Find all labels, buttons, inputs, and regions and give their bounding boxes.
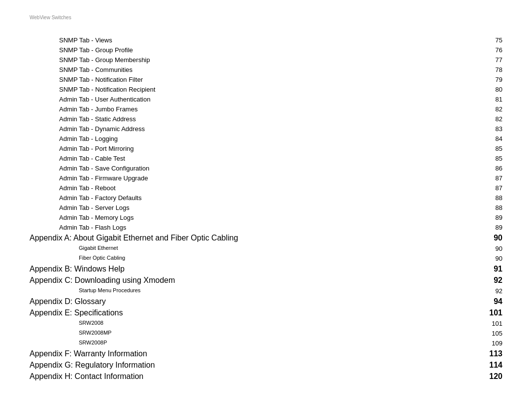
toc-entry-label: Admin Tab - Logging [30,134,432,143]
toc-entry-label: SRW2008 [30,318,432,328]
toc-entry-label: Admin Tab - User Authentication [30,94,432,104]
toc-entry-page: 109 [432,338,502,348]
watermark: WebView Switches [30,10,502,20]
toc-entry-page: 87 [432,183,502,193]
toc-entry-page: 77 [432,55,502,65]
toc-entry-label: Gigabit Ethernet [30,243,432,253]
toc-entry-page: 76 [432,45,502,55]
toc-entry-label: Admin Tab - Server Logs [30,203,432,212]
toc-entry-label: Admin Tab - Reboot [30,183,432,193]
toc-entry-page: 91 [432,263,502,274]
toc-entry-page: 88 [432,203,502,212]
toc-entry-label: SNMP Tab - Views [30,35,432,45]
toc-entry-label: SNMP Tab - Communities [30,65,432,74]
toc-entry-label: Appendix B: Windows Help [30,263,432,274]
toc-entry-label: Admin Tab - Firmware Upgrade [30,173,432,183]
toc-entry-label: Appendix H: Contact Information [30,371,432,382]
toc-entry-label: Admin Tab - Jumbo Frames [30,104,432,114]
toc-entry-label: Admin Tab - Factory Defaults [30,193,432,203]
toc-entry-label: Appendix E: Specifications [30,307,432,318]
toc-entry-page: 81 [432,94,502,104]
toc-entry-page: 92 [432,286,502,296]
toc-entry-page: 79 [432,74,502,84]
toc-entry-page: 75 [432,35,502,45]
toc-entry-label: Admin Tab - Flash Logs [30,222,432,232]
toc-entry-page: 86 [432,163,502,173]
toc-entry-page: 88 [432,193,502,203]
toc-entry-label: Appendix D: Glossary [30,296,432,307]
toc-entry-page: 87 [432,173,502,183]
toc-entry-page: 83 [432,124,502,134]
toc-entry-label: Startup Menu Procedures [30,286,432,296]
toc-entry-label: Appendix F: Warranty Information [30,348,432,359]
toc-entry-page: 82 [432,114,502,124]
toc-entry-label: Admin Tab - Save Configuration [30,163,432,173]
toc-entry-page: 120 [432,371,502,382]
toc-entry-label: SNMP Tab - Group Profile [30,45,432,55]
toc-entry-page: 114 [432,359,502,371]
toc-entry-page: 113 [432,348,502,359]
toc-entry-page: 90 [432,253,502,263]
toc-entry-label: Appendix G: Regulatory Information [30,359,432,371]
toc-entry-page: 101 [432,307,502,318]
toc-entry-label: Admin Tab - Memory Logs [30,212,432,222]
toc-entry-label: Appendix C: Downloading using Xmodem [30,274,432,286]
toc-entry-label: Admin Tab - Static Address [30,114,432,124]
toc-entry-label: SRW2008MP [30,328,432,338]
toc-entry-page: 94 [432,296,502,307]
toc-entry-page: 90 [432,232,502,243]
toc-entry-page: 105 [432,328,502,338]
toc-entry-page: 89 [432,212,502,222]
toc-entry-page: 85 [432,143,502,153]
toc-entry-page: 90 [432,243,502,253]
toc-entry-page: 84 [432,134,502,143]
toc-entry-label: SNMP Tab - Group Membership [30,55,432,65]
toc-entry-page: 80 [432,84,502,94]
toc-entry-label: Admin Tab - Port Mirroring [30,143,432,153]
toc-entry-label: Admin Tab - Dynamic Address [30,124,432,134]
toc-entry-label: Appendix A: About Gigabit Ethernet and F… [30,232,432,243]
toc-entry-page: 85 [432,153,502,163]
toc-entry-label: SNMP Tab - Notification Filter [30,74,432,84]
toc-entry-page: 82 [432,104,502,114]
toc-entry-label: SRW2008P [30,338,432,348]
toc-entry-page: 101 [432,318,502,328]
toc-entry-page: 89 [432,222,502,232]
toc-entry-label: SNMP Tab - Notification Recipient [30,84,432,94]
toc-entry-page: 92 [432,274,502,286]
toc-entry-label: Fiber Optic Cabling [30,253,432,263]
toc-entry-label: Admin Tab - Cable Test [30,153,432,163]
toc-table: SNMP Tab - Views75SNMP Tab - Group Profi… [30,35,502,382]
toc-entry-page: 78 [432,65,502,74]
